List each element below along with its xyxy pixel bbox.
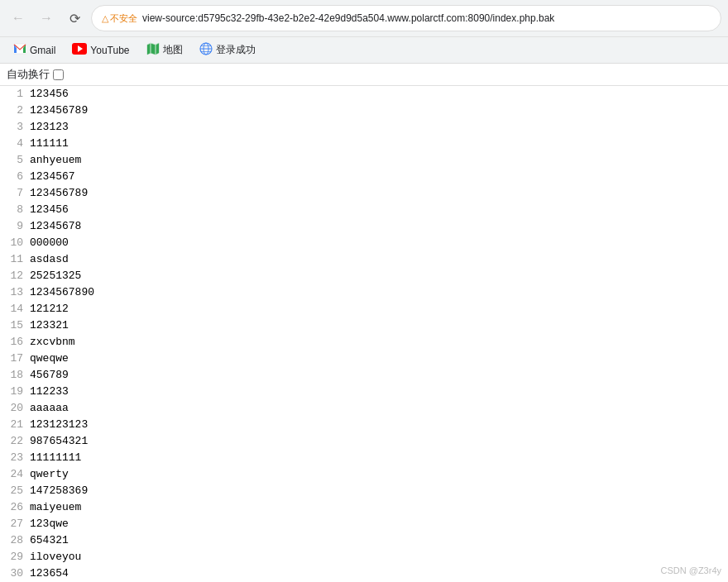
table-row: 16zxcvbnm xyxy=(0,334,728,351)
table-row: 30123654 xyxy=(0,565,728,582)
security-label: 不安全 xyxy=(110,12,137,25)
line-number: 16 xyxy=(0,334,30,351)
table-row: 912345678 xyxy=(0,218,728,235)
line-number: 27 xyxy=(0,516,30,532)
line-number: 8 xyxy=(0,202,30,218)
line-number: 15 xyxy=(0,317,30,334)
line-number: 14 xyxy=(0,301,30,317)
table-row: 5anhyeuem xyxy=(0,152,728,169)
bookmark-maps[interactable]: 地图 xyxy=(140,40,189,60)
line-number: 20 xyxy=(0,400,30,417)
table-row: 7123456789 xyxy=(0,185,728,202)
table-row: 20aaaaaa xyxy=(0,400,728,417)
line-content: 987654321 xyxy=(30,433,88,450)
line-number: 28 xyxy=(0,532,30,549)
source-toolbar: 自动换行 xyxy=(0,64,728,86)
table-row: 22987654321 xyxy=(0,433,728,450)
line-content: 123456789 xyxy=(30,103,88,119)
line-content: 11111111 xyxy=(30,450,81,466)
line-content: 1234567 xyxy=(30,169,75,185)
source-content: 11234562123456789312312341111115anhyeuem… xyxy=(0,86,728,582)
table-row: 2311111111 xyxy=(0,450,728,466)
globe-icon xyxy=(199,42,213,58)
bookmark-login[interactable]: 登录成功 xyxy=(193,40,262,60)
line-content: zxcvbnm xyxy=(30,334,75,351)
youtube-icon xyxy=(72,43,87,57)
table-row: 27123qwe xyxy=(0,516,728,532)
line-number: 17 xyxy=(0,351,30,367)
maps-label: 地图 xyxy=(163,43,183,57)
line-content: 12345678 xyxy=(30,218,81,235)
line-number: 7 xyxy=(0,185,30,202)
line-content: 123321 xyxy=(30,317,69,334)
line-number: 29 xyxy=(0,549,30,565)
line-content: qwerty xyxy=(30,466,69,483)
table-row: 18456789 xyxy=(0,367,728,384)
table-row: 10000000 xyxy=(0,235,728,251)
line-number: 5 xyxy=(0,152,30,169)
line-number: 1 xyxy=(0,86,30,103)
line-number: 26 xyxy=(0,499,30,516)
line-content: anhyeuem xyxy=(30,152,81,169)
warning-triangle-icon: △ xyxy=(102,13,108,24)
youtube-label: YouTube xyxy=(90,45,129,56)
table-row: 1123456 xyxy=(0,86,728,103)
table-row: 131234567890 xyxy=(0,284,728,301)
line-number: 23 xyxy=(0,450,30,466)
line-number: 10 xyxy=(0,235,30,251)
browser-chrome: ← → ⟳ △ 不安全 view-source:d5795c32-29fb-43… xyxy=(0,0,728,64)
bookmark-youtube[interactable]: YouTube xyxy=(65,41,136,60)
bookmark-gmail[interactable]: Gmail xyxy=(7,40,62,60)
line-number: 18 xyxy=(0,367,30,384)
table-row: 15123321 xyxy=(0,317,728,334)
line-number: 24 xyxy=(0,466,30,483)
table-row: 61234567 xyxy=(0,169,728,185)
line-content: maiyeuem xyxy=(30,499,81,516)
line-content: 123654 xyxy=(30,565,69,582)
line-number: 11 xyxy=(0,251,30,268)
url-text: view-source:d5795c32-29fb-43e2-b2e2-42e9… xyxy=(142,12,711,24)
table-row: 28654321 xyxy=(0,532,728,549)
watermark-text: CSDN @Z3r4y xyxy=(660,565,721,575)
line-content: aaaaaa xyxy=(30,400,69,417)
table-row: 19112233 xyxy=(0,384,728,400)
forward-button[interactable]: → xyxy=(35,7,58,30)
login-label: 登录成功 xyxy=(216,43,256,57)
line-content: 147258369 xyxy=(30,483,88,499)
line-number: 22 xyxy=(0,433,30,450)
line-content: 1234567890 xyxy=(30,284,94,301)
line-content: asdasd xyxy=(30,251,69,268)
line-number: 3 xyxy=(0,119,30,136)
wrap-checkbox[interactable] xyxy=(53,69,64,80)
line-number: 30 xyxy=(0,565,30,582)
line-content: 123123123 xyxy=(30,417,88,433)
table-row: 17qweqwe xyxy=(0,351,728,367)
line-number: 2 xyxy=(0,103,30,119)
line-content: 25251325 xyxy=(30,268,81,284)
refresh-button[interactable]: ⟳ xyxy=(63,7,86,30)
line-content: 000000 xyxy=(30,235,69,251)
table-row: 3123123 xyxy=(0,119,728,136)
bookmarks-bar: Gmail YouTube 地图 xyxy=(0,36,728,63)
wrap-text-label: 自动换行 xyxy=(7,67,50,82)
watermark: CSDN @Z3r4y xyxy=(660,565,721,575)
line-number: 21 xyxy=(0,417,30,433)
line-content: 654321 xyxy=(30,532,69,549)
table-row: 4111111 xyxy=(0,136,728,152)
table-row: 2123456789 xyxy=(0,103,728,119)
wrap-label-container[interactable]: 自动换行 xyxy=(7,67,64,82)
back-button[interactable]: ← xyxy=(7,7,30,30)
line-content: iloveyou xyxy=(30,549,81,565)
table-row: 25147258369 xyxy=(0,483,728,499)
gmail-label: Gmail xyxy=(30,45,55,56)
table-row: 21123123123 xyxy=(0,417,728,433)
line-number: 4 xyxy=(0,136,30,152)
line-number: 19 xyxy=(0,384,30,400)
line-content: 456789 xyxy=(30,367,69,384)
table-row: 1225251325 xyxy=(0,268,728,284)
line-content: 123456 xyxy=(30,202,69,218)
line-number: 6 xyxy=(0,169,30,185)
security-warning: △ 不安全 xyxy=(102,12,137,25)
address-bar[interactable]: △ 不安全 view-source:d5795c32-29fb-43e2-b2e… xyxy=(91,5,721,31)
table-row: 26maiyeuem xyxy=(0,499,728,516)
